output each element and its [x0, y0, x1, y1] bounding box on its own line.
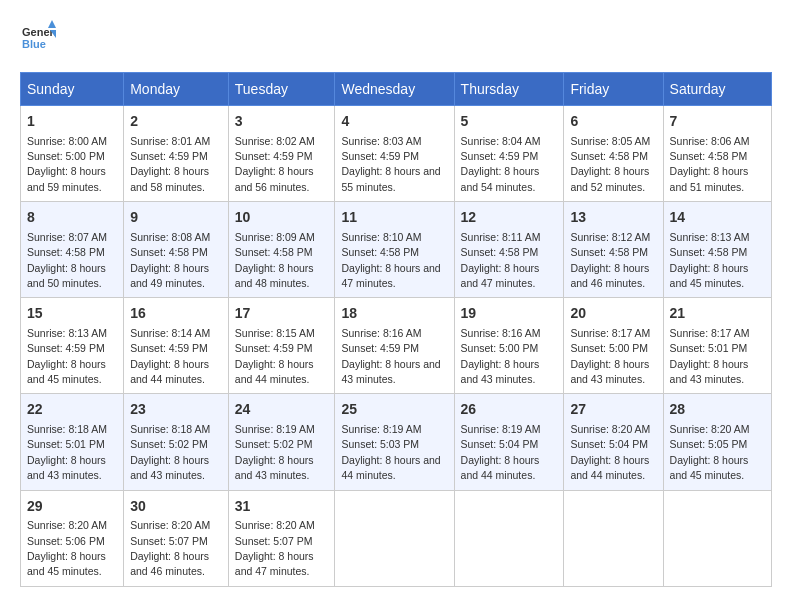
calendar-cell: 20 Sunrise: 8:17 AMSunset: 5:00 PMDaylig… [564, 298, 663, 394]
col-header-friday: Friday [564, 73, 663, 106]
calendar-cell [335, 490, 454, 586]
day-info: Sunrise: 8:18 AMSunset: 5:01 PMDaylight:… [27, 423, 107, 481]
calendar-cell: 13 Sunrise: 8:12 AMSunset: 4:58 PMDaylig… [564, 202, 663, 298]
day-number: 22 [27, 400, 117, 420]
day-info: Sunrise: 8:19 AMSunset: 5:03 PMDaylight:… [341, 423, 440, 481]
day-info: Sunrise: 8:10 AMSunset: 4:58 PMDaylight:… [341, 231, 440, 289]
day-number: 24 [235, 400, 329, 420]
day-number: 8 [27, 208, 117, 228]
calendar-cell: 17 Sunrise: 8:15 AMSunset: 4:59 PMDaylig… [228, 298, 335, 394]
day-number: 13 [570, 208, 656, 228]
calendar-cell: 4 Sunrise: 8:03 AMSunset: 4:59 PMDayligh… [335, 106, 454, 202]
day-number: 5 [461, 112, 558, 132]
day-number: 9 [130, 208, 222, 228]
day-number: 26 [461, 400, 558, 420]
day-info: Sunrise: 8:07 AMSunset: 4:58 PMDaylight:… [27, 231, 107, 289]
svg-text:Blue: Blue [22, 38, 46, 50]
day-info: Sunrise: 8:00 AMSunset: 5:00 PMDaylight:… [27, 135, 107, 193]
day-info: Sunrise: 8:12 AMSunset: 4:58 PMDaylight:… [570, 231, 650, 289]
day-number: 2 [130, 112, 222, 132]
calendar-week-row: 15 Sunrise: 8:13 AMSunset: 4:59 PMDaylig… [21, 298, 772, 394]
day-info: Sunrise: 8:11 AMSunset: 4:58 PMDaylight:… [461, 231, 541, 289]
day-info: Sunrise: 8:02 AMSunset: 4:59 PMDaylight:… [235, 135, 315, 193]
day-info: Sunrise: 8:03 AMSunset: 4:59 PMDaylight:… [341, 135, 440, 193]
calendar-cell: 10 Sunrise: 8:09 AMSunset: 4:58 PMDaylig… [228, 202, 335, 298]
calendar-cell: 12 Sunrise: 8:11 AMSunset: 4:58 PMDaylig… [454, 202, 564, 298]
calendar-table: SundayMondayTuesdayWednesdayThursdayFrid… [20, 72, 772, 587]
calendar-week-row: 22 Sunrise: 8:18 AMSunset: 5:01 PMDaylig… [21, 394, 772, 490]
day-info: Sunrise: 8:19 AMSunset: 5:04 PMDaylight:… [461, 423, 541, 481]
day-number: 27 [570, 400, 656, 420]
calendar-cell: 7 Sunrise: 8:06 AMSunset: 4:58 PMDayligh… [663, 106, 771, 202]
calendar-cell: 6 Sunrise: 8:05 AMSunset: 4:58 PMDayligh… [564, 106, 663, 202]
day-info: Sunrise: 8:16 AMSunset: 5:00 PMDaylight:… [461, 327, 541, 385]
day-number: 4 [341, 112, 447, 132]
calendar-cell: 22 Sunrise: 8:18 AMSunset: 5:01 PMDaylig… [21, 394, 124, 490]
day-number: 6 [570, 112, 656, 132]
day-info: Sunrise: 8:13 AMSunset: 4:59 PMDaylight:… [27, 327, 107, 385]
calendar-cell: 27 Sunrise: 8:20 AMSunset: 5:04 PMDaylig… [564, 394, 663, 490]
col-header-monday: Monday [124, 73, 229, 106]
col-header-wednesday: Wednesday [335, 73, 454, 106]
calendar-week-row: 29 Sunrise: 8:20 AMSunset: 5:06 PMDaylig… [21, 490, 772, 586]
day-info: Sunrise: 8:20 AMSunset: 5:07 PMDaylight:… [235, 519, 315, 577]
calendar-cell: 19 Sunrise: 8:16 AMSunset: 5:00 PMDaylig… [454, 298, 564, 394]
day-number: 14 [670, 208, 765, 228]
day-number: 21 [670, 304, 765, 324]
calendar-cell: 26 Sunrise: 8:19 AMSunset: 5:04 PMDaylig… [454, 394, 564, 490]
day-info: Sunrise: 8:20 AMSunset: 5:05 PMDaylight:… [670, 423, 750, 481]
day-info: Sunrise: 8:20 AMSunset: 5:07 PMDaylight:… [130, 519, 210, 577]
calendar-cell: 8 Sunrise: 8:07 AMSunset: 4:58 PMDayligh… [21, 202, 124, 298]
day-number: 7 [670, 112, 765, 132]
day-number: 15 [27, 304, 117, 324]
calendar-header-row: SundayMondayTuesdayWednesdayThursdayFrid… [21, 73, 772, 106]
day-number: 1 [27, 112, 117, 132]
day-info: Sunrise: 8:17 AMSunset: 5:01 PMDaylight:… [670, 327, 750, 385]
calendar-cell [663, 490, 771, 586]
day-info: Sunrise: 8:20 AMSunset: 5:06 PMDaylight:… [27, 519, 107, 577]
logo: General Blue [20, 20, 56, 56]
day-number: 20 [570, 304, 656, 324]
calendar-cell: 2 Sunrise: 8:01 AMSunset: 4:59 PMDayligh… [124, 106, 229, 202]
calendar-cell [454, 490, 564, 586]
day-number: 31 [235, 497, 329, 517]
day-info: Sunrise: 8:18 AMSunset: 5:02 PMDaylight:… [130, 423, 210, 481]
calendar-cell: 14 Sunrise: 8:13 AMSunset: 4:58 PMDaylig… [663, 202, 771, 298]
day-info: Sunrise: 8:14 AMSunset: 4:59 PMDaylight:… [130, 327, 210, 385]
calendar-cell: 5 Sunrise: 8:04 AMSunset: 4:59 PMDayligh… [454, 106, 564, 202]
col-header-saturday: Saturday [663, 73, 771, 106]
day-number: 25 [341, 400, 447, 420]
logo-icon: General Blue [20, 20, 56, 56]
day-number: 17 [235, 304, 329, 324]
day-number: 19 [461, 304, 558, 324]
day-info: Sunrise: 8:05 AMSunset: 4:58 PMDaylight:… [570, 135, 650, 193]
day-number: 11 [341, 208, 447, 228]
day-info: Sunrise: 8:20 AMSunset: 5:04 PMDaylight:… [570, 423, 650, 481]
day-info: Sunrise: 8:16 AMSunset: 4:59 PMDaylight:… [341, 327, 440, 385]
calendar-cell: 23 Sunrise: 8:18 AMSunset: 5:02 PMDaylig… [124, 394, 229, 490]
calendar-cell: 21 Sunrise: 8:17 AMSunset: 5:01 PMDaylig… [663, 298, 771, 394]
day-info: Sunrise: 8:01 AMSunset: 4:59 PMDaylight:… [130, 135, 210, 193]
day-number: 3 [235, 112, 329, 132]
day-info: Sunrise: 8:08 AMSunset: 4:58 PMDaylight:… [130, 231, 210, 289]
col-header-tuesday: Tuesday [228, 73, 335, 106]
calendar-cell: 29 Sunrise: 8:20 AMSunset: 5:06 PMDaylig… [21, 490, 124, 586]
calendar-cell [564, 490, 663, 586]
calendar-cell: 11 Sunrise: 8:10 AMSunset: 4:58 PMDaylig… [335, 202, 454, 298]
day-info: Sunrise: 8:19 AMSunset: 5:02 PMDaylight:… [235, 423, 315, 481]
calendar-week-row: 8 Sunrise: 8:07 AMSunset: 4:58 PMDayligh… [21, 202, 772, 298]
calendar-cell: 25 Sunrise: 8:19 AMSunset: 5:03 PMDaylig… [335, 394, 454, 490]
calendar-cell: 16 Sunrise: 8:14 AMSunset: 4:59 PMDaylig… [124, 298, 229, 394]
calendar-cell: 15 Sunrise: 8:13 AMSunset: 4:59 PMDaylig… [21, 298, 124, 394]
day-info: Sunrise: 8:13 AMSunset: 4:58 PMDaylight:… [670, 231, 750, 289]
day-info: Sunrise: 8:15 AMSunset: 4:59 PMDaylight:… [235, 327, 315, 385]
calendar-cell: 24 Sunrise: 8:19 AMSunset: 5:02 PMDaylig… [228, 394, 335, 490]
day-number: 12 [461, 208, 558, 228]
day-number: 23 [130, 400, 222, 420]
calendar-cell: 18 Sunrise: 8:16 AMSunset: 4:59 PMDaylig… [335, 298, 454, 394]
col-header-sunday: Sunday [21, 73, 124, 106]
day-number: 28 [670, 400, 765, 420]
calendar-cell: 31 Sunrise: 8:20 AMSunset: 5:07 PMDaylig… [228, 490, 335, 586]
calendar-cell: 30 Sunrise: 8:20 AMSunset: 5:07 PMDaylig… [124, 490, 229, 586]
day-info: Sunrise: 8:17 AMSunset: 5:00 PMDaylight:… [570, 327, 650, 385]
